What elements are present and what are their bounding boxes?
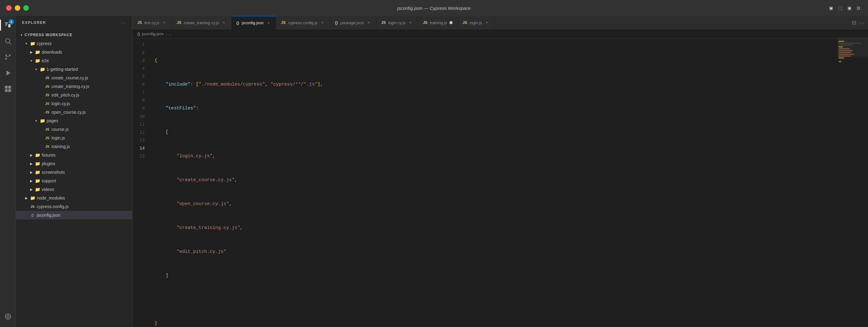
sidebar-item-edit-pitch-cy[interactable]: ▶ JS edit_pitch.cy.js bbox=[16, 91, 132, 99]
plugins-label: plugins bbox=[42, 161, 55, 166]
breadcrumb-filename[interactable]: jsconfig.json bbox=[142, 32, 164, 36]
sidebar-item-node-modules[interactable]: ▶ 📁 node_modules bbox=[16, 194, 132, 202]
customize-layout-icon[interactable]: ⊟ bbox=[855, 5, 862, 11]
sidebar-item-videos[interactable]: ▶ 📁 videos bbox=[16, 185, 132, 194]
line-num-14: 14 bbox=[132, 144, 150, 152]
training-js-label: training.js bbox=[52, 144, 70, 149]
line-numbers: 1 2 3 4 5 6 7 8 9 10 11 12 13 14 15 bbox=[132, 38, 150, 327]
line-num-2: 2 bbox=[132, 49, 150, 57]
tab-training-icon: JS bbox=[423, 21, 427, 25]
tab-create-training-close[interactable]: × bbox=[221, 20, 226, 25]
tab-login-cy-close[interactable]: × bbox=[408, 20, 413, 25]
code-line-12: } bbox=[155, 320, 837, 327]
login-cy-icon: JS bbox=[44, 100, 50, 107]
tab-login-js[interactable]: JS login.js × bbox=[458, 16, 495, 30]
sidebar-item-plugins[interactable]: ▶ 📁 plugins bbox=[16, 159, 132, 168]
more-tabs-icon[interactable]: ⋯ bbox=[859, 19, 864, 26]
traffic-lights bbox=[6, 5, 29, 11]
tab-jsconfig-close[interactable]: × bbox=[266, 21, 271, 26]
node-modules-label: node_modules bbox=[37, 196, 65, 200]
layout-icon[interactable]: ⬚ bbox=[837, 5, 843, 11]
sidebar-item-cypress-config[interactable]: ▶ JS cypress.config.js bbox=[16, 202, 132, 211]
breadcrumb-section[interactable]: ... bbox=[169, 32, 172, 36]
sidebar-item-e2e[interactable]: ▾ 📁 e2e bbox=[16, 56, 132, 65]
tab-cypress-config[interactable]: JS cypress.config.js × bbox=[276, 16, 330, 30]
sidebar-item-open-course-cy[interactable]: ▶ JS open_course.cy.js bbox=[16, 108, 132, 117]
breadcrumb-icon: {} bbox=[137, 32, 140, 36]
tab-package-json[interactable]: {} package.json × bbox=[330, 16, 376, 30]
new-file-icon[interactable]: ⋯ bbox=[121, 20, 126, 26]
sidebar-item-pages[interactable]: ▾ 📁 pages bbox=[16, 117, 132, 125]
screenshots-folder-icon: 📁 bbox=[34, 169, 40, 175]
tab-cypress-config-label: cypress.config.js bbox=[288, 21, 318, 25]
e2e-label: e2e bbox=[42, 58, 49, 63]
tab-training-label: training.js bbox=[430, 21, 447, 25]
explorer-activity-icon[interactable]: 3 bbox=[0, 17, 16, 33]
tab-pitch-close[interactable]: × bbox=[162, 20, 167, 25]
workspace-root[interactable]: ▾ CYPRESS WORKSPACE bbox=[16, 31, 132, 39]
sidebar-item-create-course-cy[interactable]: ▶ JS create_course.cy.js bbox=[16, 73, 132, 82]
minimap-line-6 bbox=[839, 50, 853, 51]
downloads-label: downloads bbox=[42, 50, 62, 55]
sidebar-item-downloads[interactable]: ▶ 📁 downloads bbox=[16, 48, 132, 56]
sidebar-item-getting-started[interactable]: ▾ 📁 1-getting-started bbox=[16, 65, 132, 73]
tab-pitch[interactable]: JS itch.cy.js × bbox=[132, 16, 172, 30]
svg-point-3 bbox=[5, 58, 7, 60]
jsconfig-label: jsconfig.json bbox=[37, 213, 60, 218]
downloads-folder-icon: 📁 bbox=[34, 49, 40, 55]
code-line-4: [ bbox=[155, 128, 837, 136]
sidebar-toggle-icon[interactable]: ▣ bbox=[828, 5, 834, 11]
explorer-title: EXPLORER bbox=[22, 21, 46, 25]
create-course-cy-icon: JS bbox=[44, 75, 50, 81]
pages-folder-icon: 📁 bbox=[39, 118, 45, 124]
sidebar-item-support[interactable]: ▶ 📁 support bbox=[16, 176, 132, 185]
maximize-button[interactable] bbox=[23, 5, 29, 11]
extensions-activity-icon[interactable] bbox=[0, 81, 16, 97]
line-num-6: 6 bbox=[132, 80, 150, 89]
sidebar-item-jsconfig[interactable]: ▶ {} jsconfig.json bbox=[16, 211, 132, 220]
split-editor-right-icon[interactable]: ⊟ bbox=[852, 19, 856, 26]
pages-chevron: ▾ bbox=[33, 118, 39, 124]
tab-create-training[interactable]: JS create_training.cy.js × bbox=[172, 16, 231, 30]
activity-bar-bottom bbox=[0, 308, 16, 327]
run-activity-icon[interactable] bbox=[0, 65, 16, 81]
sidebar-item-login-cy[interactable]: ▶ JS login.cy.js bbox=[16, 99, 132, 108]
minimize-button[interactable] bbox=[15, 5, 20, 11]
sidebar-item-cypress[interactable]: ▾ 📁 cypress bbox=[16, 39, 132, 48]
sidebar-item-training-js[interactable]: ▶ JS training.js bbox=[16, 142, 132, 151]
editor-area: JS itch.cy.js × JS create_training.cy.js… bbox=[132, 16, 868, 327]
svg-point-4 bbox=[9, 55, 10, 56]
close-button[interactable] bbox=[6, 5, 12, 11]
source-control-activity-icon[interactable] bbox=[0, 49, 16, 65]
code-editor[interactable]: 1 2 3 4 5 6 7 8 9 10 11 12 13 14 15 { "i… bbox=[132, 38, 868, 327]
remote-activity-icon[interactable] bbox=[0, 308, 16, 325]
plugins-folder-icon: 📁 bbox=[34, 161, 40, 167]
tab-jsconfig[interactable]: {} jsconfig.json × bbox=[231, 16, 276, 30]
split-editor-icon[interactable]: ▣ bbox=[846, 5, 853, 11]
line-num-7: 7 bbox=[132, 89, 150, 97]
tab-training[interactable]: JS training.js bbox=[418, 16, 458, 30]
code-content[interactable]: { "include": ["./node_modules/cypress", … bbox=[150, 38, 837, 327]
tab-login-cy[interactable]: JS login.cy.js × bbox=[376, 16, 418, 30]
sidebar-item-course-js[interactable]: ▶ JS course.js bbox=[16, 125, 132, 134]
sidebar-item-screenshots[interactable]: ▶ 📁 screenshots bbox=[16, 168, 132, 176]
tab-login-js-close[interactable]: × bbox=[485, 20, 489, 25]
sidebar-item-login-js[interactable]: ▶ JS login.js bbox=[16, 134, 132, 142]
sidebar-item-fixtures[interactable]: ▶ 📁 fixtures bbox=[16, 151, 132, 159]
search-activity-icon[interactable] bbox=[0, 33, 16, 49]
minimap-line-9 bbox=[839, 56, 851, 57]
minimap-line-7 bbox=[839, 52, 851, 53]
create-course-cy-label: create_course.cy.js bbox=[52, 75, 88, 80]
course-js-icon: JS bbox=[44, 126, 50, 132]
sidebar-item-create-training-cy[interactable]: ▶ JS create_training.cy.js bbox=[16, 82, 132, 91]
cypress-label: cypress bbox=[37, 41, 52, 46]
minimap-line-10 bbox=[839, 57, 844, 59]
create-training-cy-label: create_training.cy.js bbox=[52, 84, 89, 89]
minimap-line-4 bbox=[839, 46, 843, 47]
code-line-5: "login.cy.js", bbox=[155, 152, 837, 160]
sidebar-content[interactable]: ▾ CYPRESS WORKSPACE ▾ 📁 cypress ▶ 📁 down… bbox=[16, 29, 132, 327]
tab-package-json-close[interactable]: × bbox=[366, 20, 371, 25]
videos-label: videos bbox=[42, 187, 54, 192]
getting-started-label: 1-getting-started bbox=[46, 67, 78, 72]
tab-cypress-config-close[interactable]: × bbox=[320, 20, 325, 25]
